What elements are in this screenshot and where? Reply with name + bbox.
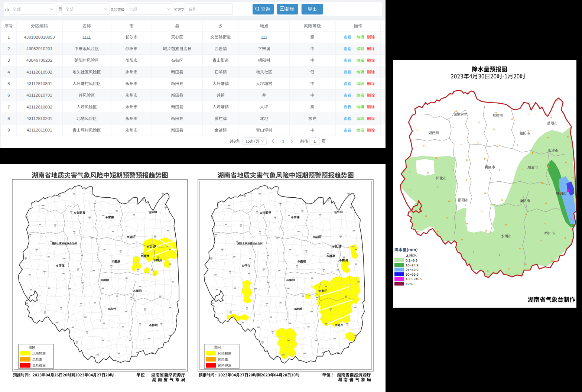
svg-text:1: 1 — [282, 139, 285, 144]
svg-text:6: 6 — [7, 93, 10, 97]
svg-text:8: 8 — [7, 116, 10, 121]
svg-text:43052910201: 43052910201 — [26, 46, 52, 51]
svg-text:7: 7 — [7, 105, 10, 109]
svg-text:10~24.9: 10~24.9 — [406, 263, 419, 267]
svg-text:43112811001: 43112811001 — [27, 128, 52, 132]
svg-text:1: 1 — [7, 35, 10, 39]
svg-text:4: 4 — [7, 70, 10, 74]
svg-text:4301020010053: 4301020010053 — [24, 35, 55, 39]
svg-text:43112810801: 43112810801 — [26, 81, 52, 86]
svg-text:2: 2 — [7, 46, 10, 51]
svg-text:43112810201: 43112810201 — [26, 116, 52, 121]
svg-text:1111: 1111 — [82, 35, 91, 39]
svg-text:43112810502: 43112810502 — [26, 70, 52, 74]
svg-text:50~99.9: 50~99.9 — [406, 272, 419, 276]
svg-text:3: 3 — [7, 58, 10, 62]
svg-text:111: 111 — [261, 35, 267, 39]
svg-text:5: 5 — [7, 81, 10, 86]
svg-text:≥250: ≥250 — [406, 282, 413, 286]
svg-text:9: 9 — [7, 128, 10, 132]
svg-text:25~49.9: 25~49.9 — [406, 268, 419, 272]
svg-text:43040700202: 43040700202 — [26, 58, 52, 62]
svg-text:43112810802: 43112810802 — [26, 105, 52, 109]
svg-text:100~249.9: 100~249.9 — [406, 277, 422, 281]
svg-text:43112810701: 43112810701 — [26, 93, 52, 97]
svg-text:1: 1 — [313, 139, 316, 143]
svg-text:0.1~9.9: 0.1~9.9 — [406, 258, 417, 262]
